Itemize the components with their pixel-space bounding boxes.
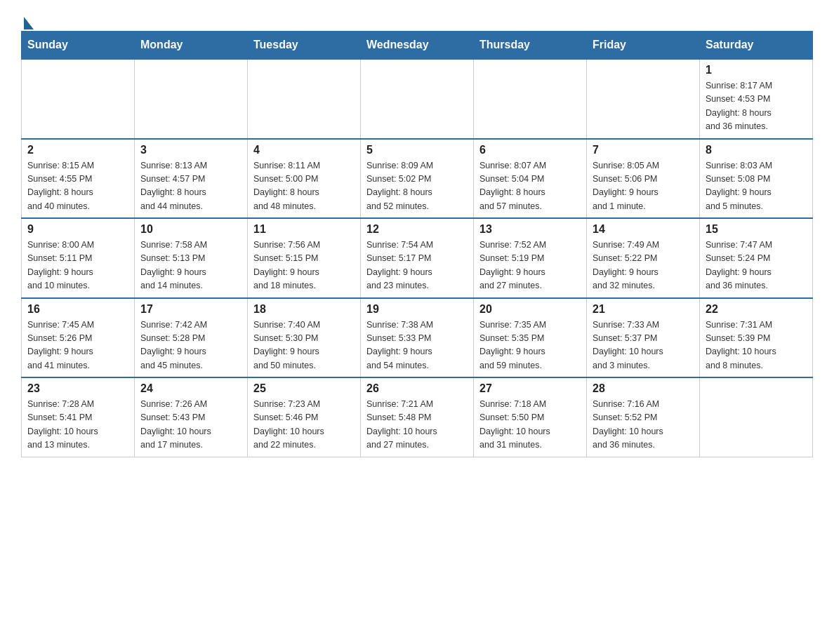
day-number: 22 <box>706 303 807 316</box>
day-info: Sunrise: 8:05 AM Sunset: 5:06 PM Dayligh… <box>593 159 694 214</box>
calendar-cell: 11Sunrise: 7:56 AM Sunset: 5:15 PM Dayli… <box>248 218 361 298</box>
calendar-cell: 5Sunrise: 8:09 AM Sunset: 5:02 PM Daylig… <box>361 139 474 219</box>
calendar-cell: 7Sunrise: 8:05 AM Sunset: 5:06 PM Daylig… <box>587 139 700 219</box>
day-number: 18 <box>253 303 355 316</box>
calendar-week-row: 9Sunrise: 8:00 AM Sunset: 5:11 PM Daylig… <box>22 218 813 298</box>
day-number: 26 <box>366 382 468 395</box>
day-number: 28 <box>593 382 694 395</box>
weekday-header-friday: Friday <box>587 32 700 60</box>
calendar-week-row: 2Sunrise: 8:15 AM Sunset: 4:55 PM Daylig… <box>22 139 813 219</box>
day-number: 7 <box>593 144 694 156</box>
day-number: 5 <box>366 144 468 156</box>
day-info: Sunrise: 7:56 AM Sunset: 5:15 PM Dayligh… <box>253 239 355 293</box>
day-number: 16 <box>27 303 128 316</box>
day-number: 4 <box>253 144 355 156</box>
calendar-cell: 24Sunrise: 7:26 AM Sunset: 5:43 PM Dayli… <box>135 377 248 457</box>
day-info: Sunrise: 7:21 AM Sunset: 5:48 PM Dayligh… <box>366 398 468 452</box>
calendar-cell: 2Sunrise: 8:15 AM Sunset: 4:55 PM Daylig… <box>22 139 135 219</box>
day-number: 21 <box>593 303 694 316</box>
day-info: Sunrise: 7:52 AM Sunset: 5:19 PM Dayligh… <box>479 239 581 293</box>
day-info: Sunrise: 7:26 AM Sunset: 5:43 PM Dayligh… <box>140 398 241 452</box>
day-number: 2 <box>27 144 128 156</box>
calendar-cell <box>361 59 474 139</box>
weekday-header-saturday: Saturday <box>700 32 813 60</box>
day-info: Sunrise: 7:42 AM Sunset: 5:28 PM Dayligh… <box>140 318 241 373</box>
day-info: Sunrise: 7:28 AM Sunset: 5:41 PM Dayligh… <box>27 398 128 452</box>
logo <box>21 14 34 24</box>
day-info: Sunrise: 8:15 AM Sunset: 4:55 PM Dayligh… <box>27 159 128 214</box>
day-info: Sunrise: 7:40 AM Sunset: 5:30 PM Dayligh… <box>253 318 355 373</box>
day-number: 27 <box>479 382 581 395</box>
calendar-cell <box>587 59 700 139</box>
calendar-cell: 28Sunrise: 7:16 AM Sunset: 5:52 PM Dayli… <box>587 377 700 457</box>
day-info: Sunrise: 8:11 AM Sunset: 5:00 PM Dayligh… <box>253 159 355 214</box>
day-number: 8 <box>706 144 807 156</box>
calendar-cell <box>135 59 248 139</box>
day-number: 15 <box>706 223 807 236</box>
day-number: 24 <box>140 382 241 395</box>
weekday-header-tuesday: Tuesday <box>248 32 361 60</box>
weekday-header-row: SundayMondayTuesdayWednesdayThursdayFrid… <box>22 32 813 60</box>
weekday-header-thursday: Thursday <box>474 32 587 60</box>
day-number: 10 <box>140 223 241 236</box>
calendar-cell <box>248 59 361 139</box>
day-info: Sunrise: 7:54 AM Sunset: 5:17 PM Dayligh… <box>366 239 468 293</box>
calendar-week-row: 23Sunrise: 7:28 AM Sunset: 5:41 PM Dayli… <box>22 377 813 457</box>
day-info: Sunrise: 7:31 AM Sunset: 5:39 PM Dayligh… <box>706 318 807 373</box>
day-info: Sunrise: 7:33 AM Sunset: 5:37 PM Dayligh… <box>593 318 694 373</box>
calendar-cell: 13Sunrise: 7:52 AM Sunset: 5:19 PM Dayli… <box>474 218 587 298</box>
calendar-cell: 14Sunrise: 7:49 AM Sunset: 5:22 PM Dayli… <box>587 218 700 298</box>
day-number: 20 <box>479 303 581 316</box>
page-header <box>21 14 813 24</box>
calendar-week-row: 1Sunrise: 8:17 AM Sunset: 4:53 PM Daylig… <box>22 59 813 139</box>
day-number: 11 <box>253 223 355 236</box>
calendar-cell: 4Sunrise: 8:11 AM Sunset: 5:00 PM Daylig… <box>248 139 361 219</box>
calendar-cell: 6Sunrise: 8:07 AM Sunset: 5:04 PM Daylig… <box>474 139 587 219</box>
calendar-cell: 12Sunrise: 7:54 AM Sunset: 5:17 PM Dayli… <box>361 218 474 298</box>
calendar-cell: 17Sunrise: 7:42 AM Sunset: 5:28 PM Dayli… <box>135 298 248 378</box>
day-info: Sunrise: 8:07 AM Sunset: 5:04 PM Dayligh… <box>479 159 581 214</box>
day-info: Sunrise: 7:18 AM Sunset: 5:50 PM Dayligh… <box>479 398 581 452</box>
day-info: Sunrise: 7:47 AM Sunset: 5:24 PM Dayligh… <box>706 239 807 293</box>
calendar-cell: 23Sunrise: 7:28 AM Sunset: 5:41 PM Dayli… <box>22 377 135 457</box>
weekday-header-monday: Monday <box>135 32 248 60</box>
day-info: Sunrise: 7:45 AM Sunset: 5:26 PM Dayligh… <box>27 318 128 373</box>
calendar-week-row: 16Sunrise: 7:45 AM Sunset: 5:26 PM Dayli… <box>22 298 813 378</box>
calendar-cell: 19Sunrise: 7:38 AM Sunset: 5:33 PM Dayli… <box>361 298 474 378</box>
calendar-cell: 27Sunrise: 7:18 AM Sunset: 5:50 PM Dayli… <box>474 377 587 457</box>
calendar-cell: 25Sunrise: 7:23 AM Sunset: 5:46 PM Dayli… <box>248 377 361 457</box>
day-info: Sunrise: 7:58 AM Sunset: 5:13 PM Dayligh… <box>140 239 241 293</box>
day-number: 13 <box>479 223 581 236</box>
calendar-cell: 8Sunrise: 8:03 AM Sunset: 5:08 PM Daylig… <box>700 139 813 219</box>
day-number: 25 <box>253 382 355 395</box>
calendar-cell: 20Sunrise: 7:35 AM Sunset: 5:35 PM Dayli… <box>474 298 587 378</box>
day-number: 23 <box>27 382 128 395</box>
day-number: 14 <box>593 223 694 236</box>
calendar-cell: 18Sunrise: 7:40 AM Sunset: 5:30 PM Dayli… <box>248 298 361 378</box>
day-info: Sunrise: 7:23 AM Sunset: 5:46 PM Dayligh… <box>253 398 355 452</box>
day-number: 19 <box>366 303 468 316</box>
day-info: Sunrise: 7:16 AM Sunset: 5:52 PM Dayligh… <box>593 398 694 452</box>
weekday-header-wednesday: Wednesday <box>361 32 474 60</box>
calendar-cell: 10Sunrise: 7:58 AM Sunset: 5:13 PM Dayli… <box>135 218 248 298</box>
day-info: Sunrise: 8:00 AM Sunset: 5:11 PM Dayligh… <box>27 239 128 293</box>
calendar-table: SundayMondayTuesdayWednesdayThursdayFrid… <box>21 31 813 457</box>
day-info: Sunrise: 8:13 AM Sunset: 4:57 PM Dayligh… <box>140 159 241 214</box>
day-info: Sunrise: 8:17 AM Sunset: 4:53 PM Dayligh… <box>706 79 807 134</box>
calendar-cell: 1Sunrise: 8:17 AM Sunset: 4:53 PM Daylig… <box>700 59 813 139</box>
calendar-cell: 22Sunrise: 7:31 AM Sunset: 5:39 PM Dayli… <box>700 298 813 378</box>
day-number: 17 <box>140 303 241 316</box>
day-number: 1 <box>706 64 807 76</box>
day-number: 12 <box>366 223 468 236</box>
calendar-cell <box>22 59 135 139</box>
calendar-cell: 21Sunrise: 7:33 AM Sunset: 5:37 PM Dayli… <box>587 298 700 378</box>
day-info: Sunrise: 8:09 AM Sunset: 5:02 PM Dayligh… <box>366 159 468 214</box>
logo-triangle-icon <box>24 17 34 29</box>
day-number: 9 <box>27 223 128 236</box>
calendar-cell <box>474 59 587 139</box>
weekday-header-sunday: Sunday <box>22 32 135 60</box>
calendar-cell: 9Sunrise: 8:00 AM Sunset: 5:11 PM Daylig… <box>22 218 135 298</box>
calendar-cell: 26Sunrise: 7:21 AM Sunset: 5:48 PM Dayli… <box>361 377 474 457</box>
calendar-cell: 16Sunrise: 7:45 AM Sunset: 5:26 PM Dayli… <box>22 298 135 378</box>
calendar-cell: 3Sunrise: 8:13 AM Sunset: 4:57 PM Daylig… <box>135 139 248 219</box>
